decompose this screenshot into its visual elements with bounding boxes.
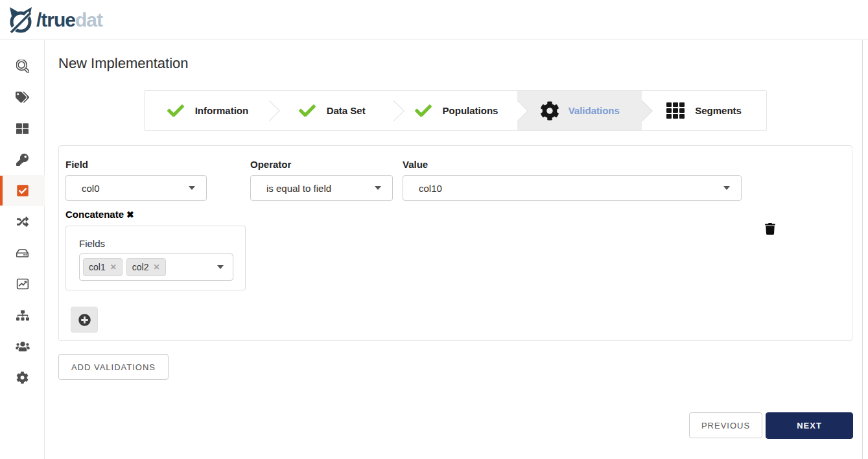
chevron-down-icon xyxy=(375,186,381,190)
fields-multiselect[interactable]: col1 ✕ col2 ✕ xyxy=(79,253,233,281)
drive-icon xyxy=(16,248,29,259)
trash-icon xyxy=(765,223,775,235)
operator-label: Operator xyxy=(250,159,393,170)
page-title: New Implementation xyxy=(58,55,868,72)
check-icon xyxy=(413,102,434,119)
remove-tag-icon[interactable]: ✕ xyxy=(153,263,159,272)
search-icon xyxy=(16,60,29,73)
field-select-value: col0 xyxy=(82,183,100,194)
field-tag-text: col2 xyxy=(132,262,149,272)
value-select-value: col10 xyxy=(419,183,442,194)
sidebar-item-quality[interactable] xyxy=(0,175,45,206)
field-label: Field xyxy=(65,159,207,170)
plus-circle-icon xyxy=(78,314,91,326)
sidebar-item-settings[interactable] xyxy=(0,362,45,393)
wizard-step-information[interactable]: Information xyxy=(145,91,269,130)
field-group: Field col0 xyxy=(65,159,207,201)
logo-secondary: dat xyxy=(75,9,102,30)
validation-condition-row: Field col0 Operator is equal to field Va… xyxy=(59,146,852,201)
step-label: Validations xyxy=(569,105,620,116)
field-tag: col2 ✕ xyxy=(126,258,166,276)
sidebar-item-users[interactable] xyxy=(0,331,45,362)
chevron-down-icon xyxy=(723,186,730,190)
chevron-down-icon xyxy=(217,265,224,269)
check-square-icon xyxy=(16,184,29,197)
app-header: /truedat xyxy=(0,0,868,40)
remove-concatenate-icon[interactable]: ✖ xyxy=(126,209,134,220)
sidebar-item-search[interactable] xyxy=(0,51,45,82)
wizard-step-validations[interactable]: Validations xyxy=(517,91,642,130)
check-icon xyxy=(297,102,318,119)
validation-card: Field col0 Operator is equal to field Va… xyxy=(58,145,852,341)
chart-line-icon xyxy=(16,277,29,290)
key-icon xyxy=(16,154,29,166)
sidebar-item-permissions[interactable] xyxy=(0,144,45,175)
sitemap-icon xyxy=(16,310,29,321)
chevron-down-icon xyxy=(189,186,195,190)
sidebar-item-dashboards[interactable] xyxy=(0,268,45,300)
gear-icon xyxy=(540,101,559,121)
step-label: Segments xyxy=(695,105,742,116)
field-tag: col1 ✕ xyxy=(83,258,123,276)
grid-3x3-icon xyxy=(666,101,686,121)
operator-select[interactable]: is equal to field xyxy=(250,175,393,201)
step-label: Data Set xyxy=(327,105,366,116)
wizard-step-populations[interactable]: Populations xyxy=(393,91,518,130)
logo-primary: true xyxy=(41,9,75,30)
check-icon xyxy=(165,102,186,119)
operator-group: Operator is equal to field xyxy=(250,159,393,201)
concatenate-fields-box: Fields col1 ✕ col2 ✕ xyxy=(65,226,246,290)
sidebar-item-taxonomy[interactable] xyxy=(0,300,45,331)
add-validations-button[interactable]: ADD VALIDATIONS xyxy=(58,354,169,380)
wizard-footer-buttons: PREVIOUS NEXT xyxy=(689,412,853,439)
remove-tag-icon[interactable]: ✕ xyxy=(110,263,117,272)
shuffle-icon xyxy=(16,216,29,228)
concatenate-row: Concatenate ✖ xyxy=(65,209,852,220)
main-content: New Implementation Information Data Set … xyxy=(45,40,868,459)
scrollbar-track[interactable] xyxy=(862,40,863,459)
step-label: Populations xyxy=(443,105,499,116)
tags-icon xyxy=(16,91,29,103)
operator-select-value: is equal to field xyxy=(266,183,331,194)
value-select[interactable]: col10 xyxy=(403,175,742,201)
logo-text: /truedat xyxy=(36,10,102,30)
sidebar-item-catalog[interactable] xyxy=(0,113,45,144)
users-icon xyxy=(16,341,30,352)
step-label: Information xyxy=(195,105,249,116)
field-select[interactable]: col0 xyxy=(65,175,207,201)
owl-logo-icon xyxy=(6,6,35,34)
value-label: Value xyxy=(403,159,742,170)
field-tag-text: col1 xyxy=(89,262,106,272)
sidebar-item-lineage[interactable] xyxy=(0,206,45,237)
previous-button[interactable]: PREVIOUS xyxy=(689,412,762,438)
sidebar-item-tags[interactable] xyxy=(0,82,45,113)
sidebar-nav xyxy=(0,40,45,459)
gear-icon xyxy=(16,371,29,384)
app-window: /truedat xyxy=(0,0,868,459)
add-condition-button[interactable] xyxy=(71,307,98,333)
delete-validation-button[interactable] xyxy=(763,222,777,236)
value-group: Value col10 xyxy=(403,159,742,201)
truedat-logo[interactable]: /truedat xyxy=(6,6,102,34)
wizard-steps: Information Data Set Populations Validat… xyxy=(144,90,767,131)
fields-label: Fields xyxy=(79,238,245,249)
wizard-step-data-set[interactable]: Data Set xyxy=(269,91,393,130)
sidebar-item-sources[interactable] xyxy=(0,237,45,268)
grid-large-icon xyxy=(16,123,29,135)
wizard-step-segments[interactable]: Segments xyxy=(642,91,766,130)
concatenate-label: Concatenate xyxy=(65,209,124,220)
next-button[interactable]: NEXT xyxy=(766,412,853,439)
